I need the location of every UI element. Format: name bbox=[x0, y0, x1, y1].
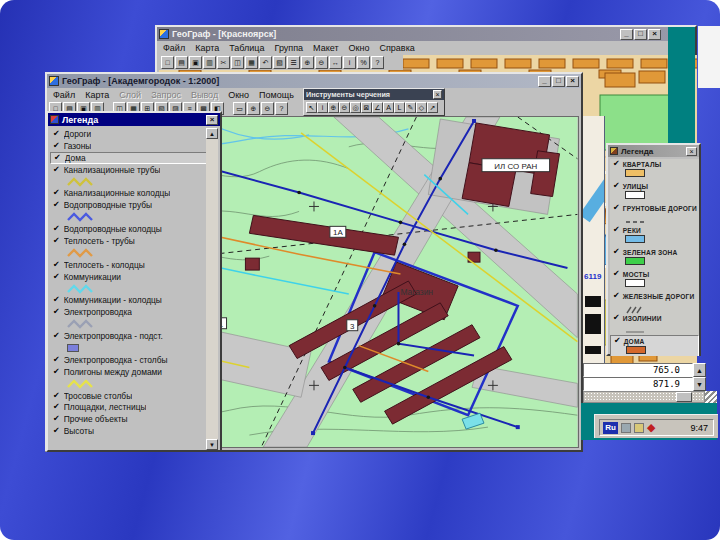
front-menu-1[interactable]: Карта bbox=[85, 90, 109, 100]
back-tb-legend-button[interactable]: ☰ bbox=[287, 56, 300, 69]
front-tb-select-button[interactable]: ▭ bbox=[233, 102, 246, 115]
palette-node-edit-tool[interactable]: L bbox=[394, 102, 405, 113]
legend-right-titlebar[interactable]: Легенда × bbox=[608, 145, 699, 157]
antivirus-tray-icon[interactable]: ◆ bbox=[647, 422, 655, 433]
front-menu-5[interactable]: Окно bbox=[228, 90, 249, 100]
back-menu-3[interactable]: Группа bbox=[275, 43, 304, 53]
back-tb-zoom-out-button[interactable]: ⊖ bbox=[315, 56, 328, 69]
back-tb-layers-button[interactable]: ▧ bbox=[273, 56, 286, 69]
front-menu-6[interactable]: Помощь bbox=[259, 90, 294, 100]
palette-measure-tool[interactable]: ∠ bbox=[372, 102, 383, 113]
scroll-down-button[interactable]: ▼ bbox=[206, 439, 218, 450]
legend-right-panel[interactable]: Легенда × ✔КВАРТАЛЫ✔УЛИЦЫ✔ГРУНТОВЫЕ ДОРО… bbox=[606, 143, 701, 356]
palette-polygon-tool[interactable]: ◇ bbox=[416, 102, 427, 113]
display-tray-icon[interactable] bbox=[621, 423, 631, 433]
legend2-item-0[interactable]: ✔КВАРТАЛЫ bbox=[610, 159, 699, 181]
legend-left-close-button[interactable]: × bbox=[206, 115, 218, 125]
legend-item-3[interactable]: ✔Канализационные трубы bbox=[50, 164, 208, 176]
legend-item-7[interactable]: ✔Теплосеть - трубы bbox=[50, 235, 208, 247]
spin-down-button[interactable]: ▼ bbox=[693, 377, 706, 391]
front-tb-zoom-in-button[interactable]: ⊕ bbox=[247, 102, 260, 115]
back-tb-zoom-in-button[interactable]: ⊕ bbox=[301, 56, 314, 69]
legend-left-scrollbar[interactable]: ▲ ▼ bbox=[206, 128, 218, 450]
legend-item-13[interactable]: ✔Электропроводка - столбы bbox=[50, 354, 208, 366]
back-maximize-button[interactable]: □ bbox=[634, 29, 647, 40]
legend2-item-1[interactable]: ✔УЛИЦЫ bbox=[610, 181, 699, 203]
legend-right-close-button[interactable]: × bbox=[686, 147, 697, 156]
legend-item-15[interactable]: ✔Тросовые столбы bbox=[50, 390, 208, 402]
back-tb-info-button[interactable]: i bbox=[343, 56, 356, 69]
back-tb-pan-button[interactable]: ↔ bbox=[329, 56, 342, 69]
back-tb-scale-button[interactable]: % bbox=[357, 56, 370, 69]
scrollbar-thumb[interactable] bbox=[676, 392, 692, 402]
palette-text-tool[interactable]: A bbox=[383, 102, 394, 113]
back-tb-paste-button[interactable]: ▦ bbox=[245, 56, 258, 69]
front-minimize-button[interactable]: _ bbox=[538, 76, 551, 87]
legend-item-16[interactable]: ✔Площадки, лестницы bbox=[50, 401, 208, 413]
back-tb-cut-button[interactable]: ✂ bbox=[217, 56, 230, 69]
legend2-item-4[interactable]: ✔ЗЕЛЕНАЯ ЗОНА bbox=[610, 247, 699, 269]
palette-select-tool[interactable]: ↖ bbox=[306, 102, 317, 113]
legend-item-14[interactable]: ✔Полигоны между домами bbox=[50, 366, 208, 378]
lang-indicator[interactable]: Ru bbox=[603, 422, 618, 434]
legend-item-0[interactable]: ✔Дороги bbox=[50, 128, 208, 140]
back-minimize-button[interactable]: _ bbox=[620, 29, 633, 40]
legend-left-panel[interactable]: Легенда × ✔Дороги✔Газоны✔Дома✔Канализаци… bbox=[46, 111, 222, 452]
taskbar[interactable]: Ru◆9:47 bbox=[594, 414, 718, 438]
palette-select-area-tool[interactable]: ⊠ bbox=[361, 102, 372, 113]
palette-zoom-in-tool[interactable]: ⊕ bbox=[328, 102, 339, 113]
front-close-button[interactable]: × bbox=[566, 76, 579, 87]
legend-item-11[interactable]: ✔Электропроводка bbox=[50, 306, 208, 318]
palette-close-button[interactable]: × bbox=[433, 90, 442, 99]
legend-item-6[interactable]: ✔Водопроводные колодцы bbox=[50, 223, 208, 235]
front-tb-help-button[interactable]: ? bbox=[275, 102, 288, 115]
front-tb-zoom-out-button[interactable]: ⊖ bbox=[261, 102, 274, 115]
legend-item-12[interactable]: ✔Электропроводка - подст. bbox=[50, 330, 208, 342]
back-menu-1[interactable]: Карта bbox=[195, 43, 219, 53]
legend-item-18[interactable]: ✔Высоты bbox=[50, 425, 208, 437]
legend2-item-8[interactable]: ✔ДОМА bbox=[610, 335, 699, 356]
legend-item-4[interactable]: ✔Канализационные колодцы bbox=[50, 187, 208, 199]
legend2-item-7[interactable]: ✔ИЗОЛИНИИ bbox=[610, 313, 699, 335]
scheduler-tray-icon[interactable] bbox=[634, 423, 644, 433]
back-tb-help-button[interactable]: ? bbox=[371, 56, 384, 69]
resize-grip[interactable] bbox=[705, 391, 717, 403]
back-menu-6[interactable]: Справка bbox=[379, 43, 414, 53]
legend-left-titlebar[interactable]: Легенда × bbox=[48, 113, 220, 126]
legend-item-8[interactable]: ✔Теплосеть - колодцы bbox=[50, 259, 208, 271]
palette-zoom-out-tool[interactable]: ⊖ bbox=[339, 102, 350, 113]
back-tb-copy-button[interactable]: ◫ bbox=[231, 56, 244, 69]
back-tb-save-button[interactable]: ▣ bbox=[189, 56, 202, 69]
legend-item-2[interactable]: ✔Дома bbox=[50, 152, 208, 164]
legend2-item-6[interactable]: ✔ЖЕЛЕЗНЫЕ ДОРОГИ bbox=[610, 291, 699, 313]
back-tb-open-button[interactable]: ▤ bbox=[175, 56, 188, 69]
back-tb-new-button[interactable]: □ bbox=[161, 56, 174, 69]
legend2-item-2[interactable]: ✔ГРУНТОВЫЕ ДОРОГИ bbox=[610, 203, 699, 225]
scroll-up-button[interactable]: ▲ bbox=[206, 128, 218, 139]
palette-overview-tool[interactable]: ◎ bbox=[350, 102, 361, 113]
back-close-button[interactable]: × bbox=[648, 29, 661, 40]
tools-palette[interactable]: Инструменты черчения × ↖i⊕⊖◎⊠∠AL✎◇↗ bbox=[303, 88, 445, 116]
back-menu-5[interactable]: Окно bbox=[349, 43, 370, 53]
legend2-item-5[interactable]: ✔МОСТЫ bbox=[610, 269, 699, 291]
legend-item-10[interactable]: ✔Коммуникации - колодцы bbox=[50, 294, 208, 306]
legend-item-9[interactable]: ✔Коммуникации bbox=[50, 271, 208, 283]
front-menu-0[interactable]: Файл bbox=[53, 90, 75, 100]
back-window-titlebar[interactable]: ГеоГраф - [Красноярск] _ □ × bbox=[157, 27, 695, 41]
legend-item-5[interactable]: ✔Водопроводные трубы bbox=[50, 199, 208, 211]
palette-draw-tool[interactable]: ✎ bbox=[405, 102, 416, 113]
front-maximize-button[interactable]: □ bbox=[552, 76, 565, 87]
back-menu-0[interactable]: Файл bbox=[163, 43, 185, 53]
spin-up-button[interactable]: ▲ bbox=[693, 363, 706, 377]
back-menu-4[interactable]: Макет bbox=[313, 43, 338, 53]
back-menu-2[interactable]: Таблица bbox=[229, 43, 264, 53]
legend-item-1[interactable]: ✔Газоны bbox=[50, 140, 208, 152]
back-tb-print-button[interactable]: ▥ bbox=[203, 56, 216, 69]
front-window-titlebar[interactable]: ГеоГраф - [Академгородок - 1:2000] _ □ × bbox=[47, 74, 581, 88]
legend-item-17[interactable]: ✔Прочие объекты bbox=[50, 413, 208, 425]
palette-info-tool[interactable]: i bbox=[317, 102, 328, 113]
back-tb-undo-button[interactable]: ↶ bbox=[259, 56, 272, 69]
legend2-item-3[interactable]: ✔РЕКИ bbox=[610, 225, 699, 247]
tools-palette-titlebar[interactable]: Инструменты черчения × bbox=[304, 89, 444, 100]
palette-move-tool[interactable]: ↗ bbox=[427, 102, 438, 113]
